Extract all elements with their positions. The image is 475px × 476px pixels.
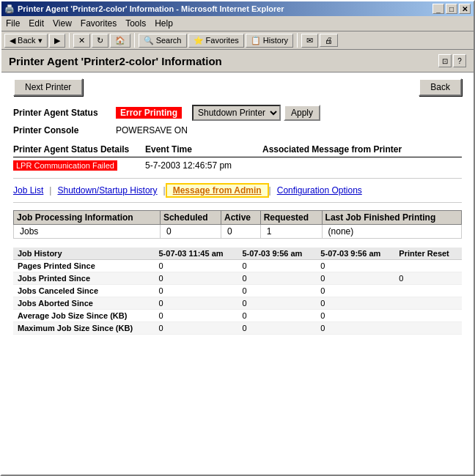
search-button[interactable]: 🔍 Search [139,34,187,48]
expand-icon-button[interactable]: ⊡ [438,54,452,67]
toolbar: ◀ Back ▾ ▶ ✕ ↻ 🏠 🔍 Search ⭐ Favorites 📋 … [1,31,474,50]
next-printer-button[interactable]: Next Printer [13,78,83,96]
apply-button[interactable]: Apply [284,105,320,121]
jh-col-3: 5-07-03 9:56 am [316,248,394,260]
jh-cell-3-0: Jobs Aborted Since [13,297,155,310]
job-processing-data-row: Jobs 0 0 1 (none) [14,225,462,239]
history-button[interactable]: 📋 History [246,34,293,48]
minimize-button[interactable]: _ [432,4,444,14]
jh-cell-0-2: 0 [238,260,316,272]
history-row-4: Average Job Size Since (KB)000 [13,310,462,322]
title-bar-left: 🖨️ Printer Agent 'Printer2-color' Inform… [4,4,284,14]
menu-edit[interactable]: Edit [24,17,48,30]
jh-col-label: Job History [13,248,155,260]
message-from-admin-link[interactable]: Message from Admin [166,183,269,198]
jp-row-last: (none) [322,225,461,239]
links-row: Job List | Shutdown/Startup History | Me… [13,178,462,203]
page-header-icons: ⊡ ? [438,54,466,67]
toolbar-separator-1 [69,33,70,48]
history-tbody: Pages Printed Since000Jobs Printed Since… [13,260,462,335]
details-header: Printer Agent Status Details Event Time … [13,144,462,157]
jh-cell-3-2: 0 [238,297,316,310]
history-row-3: Jobs Aborted Since000 [13,297,462,310]
stop-button[interactable]: ✕ [73,34,90,48]
jh-cell-0-3: 0 [316,260,394,272]
refresh-button[interactable]: ↻ [92,34,108,48]
history-row-5: Maximum Job Size Since (KB)000 [13,322,462,335]
jh-col-4: Printer Reset [394,248,462,260]
title-bar-buttons: _ □ ✕ [432,4,471,14]
details-col2-header: Event Time [145,144,262,155]
jh-cell-3-4 [394,297,462,310]
jh-cell-2-0: Jobs Canceled Since [13,285,155,297]
menu-tools[interactable]: Tools [121,17,150,30]
jh-cell-2-3: 0 [316,285,394,297]
jp-col-active: Active [221,211,261,225]
main-window: 🖨️ Printer Agent 'Printer2-color' Inform… [0,0,475,476]
jh-cell-2-1: 0 [155,285,238,297]
printer-console-row: Printer Console POWERSAVE ON [13,125,462,135]
mail-button[interactable]: ✉ [301,34,318,48]
history-header-row: Job History 5-07-03 11:45 am 5-07-03 9:5… [13,248,462,260]
menu-bar: File Edit View Favorites Tools Help [1,16,474,31]
maximize-button[interactable]: □ [446,4,457,14]
home-button[interactable]: 🏠 [110,34,130,48]
forward-button[interactable]: ▶ [49,34,65,48]
history-row-0: Pages Printed Since000 [13,260,462,272]
toolbar-separator-2 [134,33,135,48]
jh-cell-1-1: 0 [155,272,238,285]
jh-cell-5-1: 0 [155,322,238,335]
shutdown-select[interactable]: Shutdown Printer Startup Printer [192,105,281,121]
jp-col-last: Last Job Finished Printing [322,211,461,225]
history-row-2: Jobs Canceled Since000 [13,285,462,297]
menu-file[interactable]: File [1,17,24,30]
printer-status-row: Printer Agent Status Error Printing Shut… [13,105,462,121]
help-icon-button[interactable]: ? [453,54,466,67]
jh-cell-3-1: 0 [155,297,238,310]
jp-col-info: Job Processing Information [14,211,161,225]
back-page-button[interactable]: Back [419,78,462,96]
content-inner: Next Printer Back Printer Agent Status E… [1,72,474,346]
jh-cell-5-0: Maximum Job Size Since (KB) [13,322,155,335]
printer-console-value: POWERSAVE ON [116,125,188,135]
jh-cell-0-1: 0 [155,260,238,272]
print-button[interactable]: 🖨 [320,34,338,47]
shutdown-history-link[interactable]: Shutdown/Startup History [51,185,163,196]
jh-cell-4-2: 0 [238,310,316,322]
jp-row-active: 0 [221,225,261,239]
jh-cell-0-4 [394,260,462,272]
content-area: Printer Agent 'Printer2-color' Informati… [1,50,474,475]
configuration-options-link[interactable]: Configuration Options [271,185,368,196]
back-button[interactable]: ◀ Back ▾ [4,34,48,48]
jh-col-2: 5-07-03 9:56 am [238,248,316,260]
jh-cell-1-4: 0 [394,272,462,285]
job-processing-table: Job Processing Information Scheduled Act… [13,210,462,239]
history-row-1: Jobs Printed Since0000 [13,272,462,285]
details-data-row: LPR Communication Failed 5-7-2003 12:46:… [13,160,462,171]
jh-cell-5-2: 0 [238,322,316,335]
close-button[interactable]: ✕ [459,4,471,14]
menu-view[interactable]: View [48,17,76,30]
printer-console-label: Printer Console [13,125,116,135]
jh-cell-1-3: 0 [316,272,394,285]
title-bar: 🖨️ Printer Agent 'Printer2-color' Inform… [1,1,474,16]
favorites-button[interactable]: ⭐ Favorites [188,34,244,48]
jh-col-1: 5-07-03 11:45 am [155,248,238,260]
jh-cell-1-2: 0 [238,272,316,285]
jp-col-scheduled: Scheduled [160,211,221,225]
jp-row-scheduled: 0 [160,225,221,239]
details-col1-header: Printer Agent Status Details [13,144,145,155]
jh-cell-4-1: 0 [155,310,238,322]
jh-cell-1-0: Jobs Printed Since [13,272,155,285]
jh-cell-5-3: 0 [316,322,394,335]
details-col3-header: Associated Message from Printer [262,144,402,155]
window-icon: 🖨️ [4,4,15,14]
jh-cell-5-4 [394,322,462,335]
menu-favorites[interactable]: Favorites [76,17,121,30]
job-list-link[interactable]: Job List [13,185,49,196]
jh-cell-4-4 [394,310,462,322]
toolbar-separator-3 [297,33,298,48]
job-processing-header-row: Job Processing Information Scheduled Act… [14,211,462,225]
printer-status-label: Printer Agent Status [13,108,116,118]
menu-help[interactable]: Help [150,17,177,30]
